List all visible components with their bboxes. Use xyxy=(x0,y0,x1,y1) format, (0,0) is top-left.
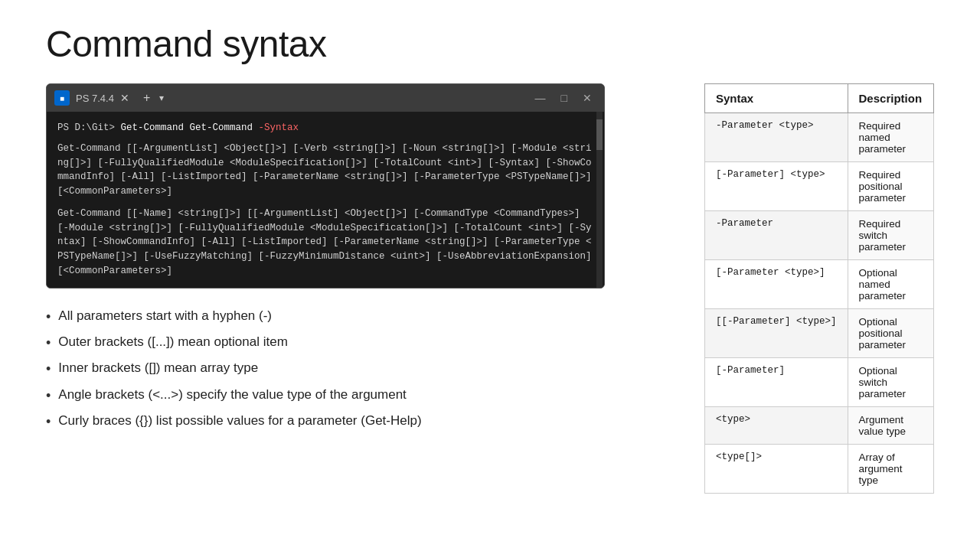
terminal-titlebar: ■ PS 7.4.4 ✕ + ▾ ― □ ✕ xyxy=(47,84,604,112)
syntax-table: Syntax Description -Parameter <type>Requ… xyxy=(704,83,934,494)
terminal-body: PS D:\Git> Get-Command Get-Command -Synt… xyxy=(47,112,604,288)
table-row: <type>Argument value type xyxy=(705,407,934,445)
table-row: [-Parameter]Optional switch parameter xyxy=(705,358,934,407)
table-cell-syntax: [-Parameter] xyxy=(705,358,848,407)
table-row: [[-Parameter] <type>]Optional positional… xyxy=(705,309,934,358)
table-cell-syntax: -Parameter <type> xyxy=(705,113,848,162)
table-cell-syntax: <type> xyxy=(705,407,848,445)
table-row: <type[]>Array of argument type xyxy=(705,445,934,494)
table-row: [-Parameter <type>]Optional named parame… xyxy=(705,260,934,309)
table-cell-description: Optional named parameter xyxy=(848,260,933,309)
terminal-window: ■ PS 7.4.4 ✕ + ▾ ― □ ✕ PS D xyxy=(46,83,605,289)
page-title: Command syntax xyxy=(46,23,934,65)
table-cell-syntax: -Parameter xyxy=(705,211,848,260)
terminal-minimize-btn[interactable]: ― xyxy=(531,92,550,104)
table-row: -Parameter <type>Required named paramete… xyxy=(705,113,934,162)
bullet-item: All parameters start with a hyphen (-) xyxy=(46,307,674,327)
bullet-item: Angle brackets (<...>) specify the value… xyxy=(46,386,674,406)
table-cell-syntax: [-Parameter <type>] xyxy=(705,260,848,309)
table-cell-syntax: [-Parameter] <type> xyxy=(705,162,848,211)
table-cell-description: Required named parameter xyxy=(848,113,933,162)
table-row: -ParameterRequired switch parameter xyxy=(705,211,934,260)
bullet-item: Curly braces ({}) list possible values f… xyxy=(46,412,674,432)
terminal-scrollbar-thumb xyxy=(596,119,603,150)
table-cell-description: Argument value type xyxy=(848,407,933,445)
terminal-exit-btn[interactable]: ✕ xyxy=(578,92,596,104)
bullet-item: Outer brackets ([...]) mean optional ite… xyxy=(46,333,674,353)
terminal-scrollbar xyxy=(596,112,603,288)
terminal-tab-title: PS 7.4.4 xyxy=(76,93,114,104)
table-cell-description: Optional switch parameter xyxy=(848,358,933,407)
bullet-list: All parameters start with a hyphen (-)Ou… xyxy=(46,307,674,432)
terminal-maximize-btn[interactable]: □ xyxy=(557,92,572,104)
table-col1-header: Syntax xyxy=(705,84,848,113)
bullet-item: Inner brackets ([]) mean array type xyxy=(46,359,674,379)
terminal-output-2: Get-Command [[-Name] <string[]>] [[-Argu… xyxy=(57,207,593,279)
table-cell-syntax: [[-Parameter] <type>] xyxy=(705,309,848,358)
table-cell-syntax: <type[]> xyxy=(705,445,848,494)
table-cell-description: Optional positional parameter xyxy=(848,309,933,358)
table-row: [-Parameter] <type>Required positional p… xyxy=(705,162,934,211)
terminal-chevron-btn[interactable]: ▾ xyxy=(159,93,164,103)
terminal-output-1: Get-Command [[-ArgumentList] <Object[]>]… xyxy=(57,142,593,199)
terminal-add-btn[interactable]: + xyxy=(140,91,153,105)
table-cell-description: Required positional parameter xyxy=(848,162,933,211)
table-cell-description: Required switch parameter xyxy=(848,211,933,260)
table-cell-description: Array of argument type xyxy=(848,445,933,494)
terminal-prompt-line: PS D:\Git> Get-Command Get-Command -Synt… xyxy=(57,121,593,135)
terminal-window-controls: ― □ ✕ xyxy=(531,92,596,104)
left-panel: ■ PS 7.4.4 ✕ + ▾ ― □ ✕ PS D xyxy=(46,83,674,536)
terminal-icon: ■ xyxy=(54,90,70,106)
content-area: ■ PS 7.4.4 ✕ + ▾ ― □ ✕ PS D xyxy=(46,83,934,536)
right-panel: Syntax Description -Parameter <type>Requ… xyxy=(704,83,934,536)
terminal-close-btn[interactable]: ✕ xyxy=(116,92,134,104)
table-col2-header: Description xyxy=(848,84,933,113)
